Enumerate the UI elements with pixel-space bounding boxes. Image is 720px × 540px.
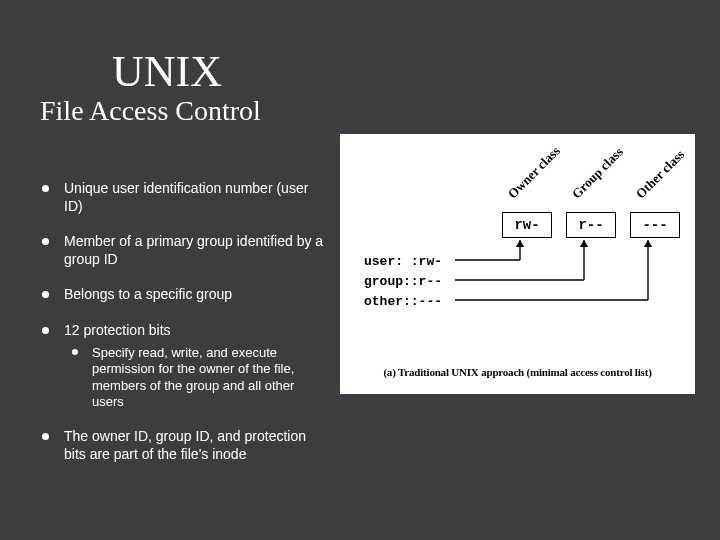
permissions-diagram: Owner class Group class Other class rw- … — [340, 134, 695, 394]
list-item: The owner ID, group ID, and protection b… — [36, 428, 326, 463]
perm-box-owner: rw- — [502, 212, 552, 238]
svg-marker-5 — [580, 240, 588, 247]
permission-boxes-row: rw- r-- --- — [502, 212, 680, 238]
svg-marker-2 — [516, 240, 524, 247]
sub-list-item: Specify read, write, and execute permiss… — [64, 345, 326, 410]
perm-box-other: --- — [630, 212, 680, 238]
other-class-label: Other class — [633, 147, 688, 202]
title-block: UNIX File Access Control — [40, 46, 261, 127]
page-subtitle: File Access Control — [40, 95, 261, 127]
arrow-connectors — [340, 238, 695, 313]
list-item-text: 12 protection bits — [64, 322, 171, 338]
page-title: UNIX — [112, 46, 261, 97]
list-item: Belongs to a specific group — [36, 286, 326, 304]
owner-class-label: Owner class — [505, 143, 564, 202]
group-class-label: Group class — [569, 144, 627, 202]
diagram-caption: (a) Traditional UNIX approach (minimal a… — [340, 366, 695, 378]
list-item: 12 protection bits Specify read, write, … — [36, 322, 326, 411]
bullet-content: Unique user identification number (user … — [36, 180, 326, 481]
list-item: Member of a primary group identified by … — [36, 233, 326, 268]
list-item: Unique user identification number (user … — [36, 180, 326, 215]
perm-box-group: r-- — [566, 212, 616, 238]
svg-marker-8 — [644, 240, 652, 247]
